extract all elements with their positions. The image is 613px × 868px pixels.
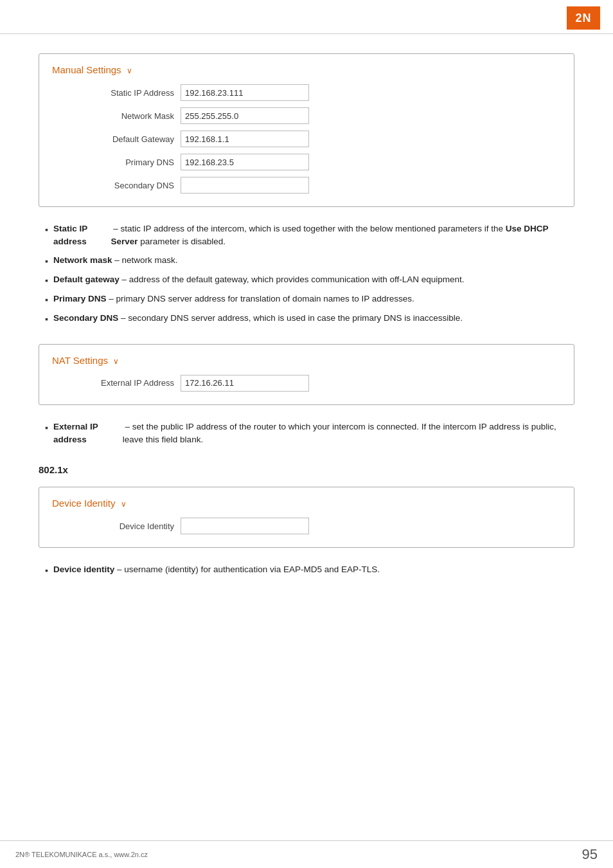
bullet-primary-dns: Primary DNS – primary DNS server address… xyxy=(45,293,568,307)
bullet-secondary-dns-text: – secondary DNS server address, which is… xyxy=(118,312,463,325)
static-ip-row: Static IP Address xyxy=(52,84,561,101)
static-ip-label: Static IP Address xyxy=(52,88,181,98)
external-ip-row: External IP Address xyxy=(52,375,561,392)
device-identity-box: Device Identity ∨ Device Identity xyxy=(39,487,574,548)
default-gateway-input[interactable] xyxy=(181,131,309,147)
bullet-network-mask: Network mask – network mask. xyxy=(45,254,568,268)
device-identity-label: Device Identity xyxy=(52,521,181,531)
external-ip-label: External IP Address xyxy=(52,378,181,388)
secondary-dns-input[interactable] xyxy=(181,177,309,194)
device-identity-chevron: ∨ xyxy=(121,500,127,509)
primary-dns-input[interactable] xyxy=(181,154,309,170)
nat-settings-chevron: ∨ xyxy=(113,357,119,366)
bullet-network-mask-term: Network mask xyxy=(53,254,112,267)
device-identity-row: Device Identity xyxy=(52,518,561,534)
bullet-static-ip-term: Static IP address xyxy=(53,222,111,249)
nat-settings-title[interactable]: NAT Settings ∨ xyxy=(52,355,561,366)
static-ip-input[interactable] xyxy=(181,84,309,101)
default-gateway-label: Default Gateway xyxy=(52,134,181,144)
bullet-primary-dns-term: Primary DNS xyxy=(53,293,107,305)
bullet-device-identity-term: Device identity xyxy=(53,563,114,576)
manual-settings-chevron: ∨ xyxy=(127,66,132,75)
bullet-default-gateway-text: – address of the default gateway, which … xyxy=(120,273,465,286)
bullet-external-ip-term: External IP address xyxy=(53,420,123,447)
primary-dns-row: Primary DNS xyxy=(52,154,561,170)
network-mask-row: Network Mask xyxy=(52,107,561,124)
page-number: 95 xyxy=(582,846,598,863)
network-mask-label: Network Mask xyxy=(52,111,181,121)
bullet-default-gateway-term: Default gateway xyxy=(53,273,120,286)
manual-settings-title[interactable]: Manual Settings ∨ xyxy=(52,64,561,75)
bullet-device-identity: Device identity – username (identity) fo… xyxy=(45,563,568,577)
logo-text: 2N xyxy=(575,12,591,25)
bullet-secondary-dns: Secondary DNS – secondary DNS server add… xyxy=(45,312,568,326)
primary-dns-label: Primary DNS xyxy=(52,158,181,167)
secondary-dns-row: Secondary DNS xyxy=(52,177,561,194)
secondary-dns-label: Secondary DNS xyxy=(52,181,181,190)
bullet-static-ip-text: – static IP address of the intercom, whi… xyxy=(111,222,568,249)
device-identity-title[interactable]: Device Identity ∨ xyxy=(52,498,561,509)
nat-bullet-list: External IP address – set the public IP … xyxy=(39,420,574,447)
bullet-external-ip-text: – set the public IP address of the route… xyxy=(123,420,568,447)
network-mask-input[interactable] xyxy=(181,107,309,124)
bullet-secondary-dns-term: Secondary DNS xyxy=(53,312,118,325)
device-identity-bullet-list: Device identity – username (identity) fo… xyxy=(39,563,574,577)
logo: 2N xyxy=(567,6,600,30)
footer-left: 2N® TELEKOMUNIKACE a.s., www.2n.cz xyxy=(15,851,148,858)
top-bar: 2N xyxy=(0,0,613,34)
main-content: Manual Settings ∨ Static IP Address Netw… xyxy=(0,34,613,634)
nat-settings-box: NAT Settings ∨ External IP Address xyxy=(39,344,574,405)
bullet-network-mask-text: – network mask. xyxy=(112,254,178,267)
manual-settings-box: Manual Settings ∨ Static IP Address Netw… xyxy=(39,53,574,207)
bullet-default-gateway: Default gateway – address of the default… xyxy=(45,273,568,287)
manual-bullet-list: Static IP address – static IP address of… xyxy=(39,222,574,326)
section-802-heading: 802.1x xyxy=(39,464,574,475)
bullet-static-ip: Static IP address – static IP address of… xyxy=(45,222,568,249)
bullet-device-identity-text: – username (identity) for authentication… xyxy=(114,563,380,576)
bullet-external-ip: External IP address – set the public IP … xyxy=(45,420,568,447)
external-ip-input[interactable] xyxy=(181,375,309,392)
default-gateway-row: Default Gateway xyxy=(52,131,561,147)
device-identity-input[interactable] xyxy=(181,518,309,534)
footer: 2N® TELEKOMUNIKACE a.s., www.2n.cz 95 xyxy=(0,840,613,868)
bullet-primary-dns-text: – primary DNS server address for transla… xyxy=(107,293,414,305)
